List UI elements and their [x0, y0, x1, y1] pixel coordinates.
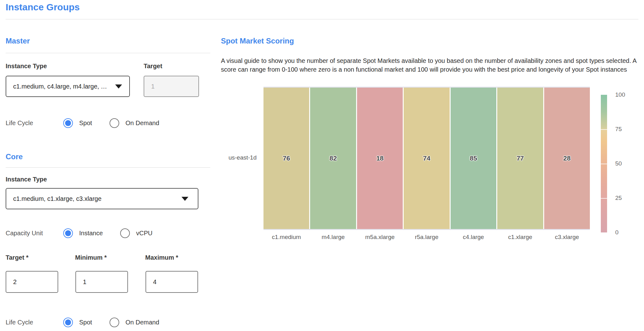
heatmap-cell-value: 76: [283, 155, 290, 162]
legend-tick-label: 0: [615, 229, 619, 236]
radio-selected-icon[interactable]: [63, 118, 73, 128]
heatmap-row: 76821874857728: [263, 88, 590, 229]
master-divider: [6, 53, 210, 53]
capacity-unit-label: Capacity Unit: [6, 228, 43, 238]
legend-tick-label: 50: [615, 160, 622, 167]
x-axis-label: c4.large: [451, 234, 496, 241]
x-axis-label: c3.xlarge: [544, 234, 590, 241]
heatmap-cell[interactable]: 74: [404, 88, 449, 229]
legend-tick-labels: 1007550250: [615, 95, 634, 232]
x-axis-label: m5a.xlarge: [357, 234, 403, 241]
core-instance-type-value: c1.medium, c1.xlarge, c3.xlarge: [6, 195, 101, 202]
core-section-heading: Core: [6, 152, 23, 161]
heatmap-cell[interactable]: 18: [357, 88, 403, 229]
master-section-heading: Master: [6, 37, 30, 45]
legend-segment-line: [601, 164, 607, 164]
master-life-cycle-option-on-demand[interactable]: On Demand: [110, 118, 159, 128]
legend-segment-line: [601, 198, 607, 199]
heatmap-cell-value: 74: [423, 155, 430, 162]
spot-market-heatmap: 76821874857728: [263, 87, 590, 230]
heatmap-cell-value: 77: [517, 155, 524, 162]
spot-market-scoring-heading: Spot Market Scoring: [221, 37, 294, 45]
capacity-unit-option-vcpu[interactable]: vCPU: [120, 228, 152, 238]
master-instance-type-select[interactable]: c1.medium, c4.large, m4.large, …: [6, 76, 130, 97]
chevron-down-icon: [115, 84, 122, 89]
heatmap-x-labels: c1.mediumm4.largem5a.xlarger5a.largec4.l…: [263, 234, 590, 241]
legend-tick-label: 100: [615, 91, 625, 98]
core-capacity-unit-group: Capacity Unit Instance vCPU: [6, 228, 210, 238]
radio-unselected-icon[interactable]: [110, 318, 119, 327]
heatmap-cell[interactable]: 85: [451, 88, 496, 229]
legend-tick-label: 25: [615, 195, 622, 201]
x-axis-label: r5a.large: [404, 234, 449, 241]
core-life-cycle-group: Life Cycle Spot On Demand: [6, 317, 210, 328]
heatmap-cell[interactable]: 28: [544, 88, 590, 229]
page-title: Instance Groups: [6, 2, 80, 13]
heatmap-y-axis-label: us-east-1d: [210, 154, 257, 161]
core-maximum-input[interactable]: [146, 271, 198, 293]
spot-market-description: A visual guide to show you the number of…: [221, 56, 640, 74]
legend-gradient-bar: [601, 95, 607, 232]
master-target-input: [144, 76, 199, 97]
core-instance-type-select[interactable]: c1.medium, c1.xlarge, c3.xlarge: [6, 188, 198, 209]
core-minimum-label: Minimum *: [75, 254, 107, 261]
x-axis-label: c1.medium: [263, 234, 309, 241]
life-cycle-label: Life Cycle: [6, 118, 33, 128]
heatmap-cell-value: 28: [563, 155, 570, 162]
core-target-label: Target *: [6, 254, 28, 261]
capacity-unit-option-instance[interactable]: Instance: [63, 228, 103, 238]
heatmap-cell-value: 18: [376, 155, 383, 162]
heatmap-grid-edge: [263, 229, 590, 230]
life-cycle-label: Life Cycle: [6, 317, 33, 328]
master-life-cycle-option-spot[interactable]: Spot: [63, 118, 92, 128]
radio-selected-icon[interactable]: [63, 318, 73, 327]
core-target-input[interactable]: [6, 271, 58, 293]
heatmap-cell-value: 82: [330, 155, 337, 162]
core-divider: [6, 167, 210, 168]
core-instance-type-label: Instance Type: [6, 176, 47, 183]
core-life-cycle-option-spot[interactable]: Spot: [63, 317, 92, 328]
radio-unselected-icon[interactable]: [120, 228, 130, 238]
master-life-cycle-group: Life Cycle Spot On Demand: [6, 118, 210, 128]
legend-segment-line: [601, 129, 607, 130]
chevron-down-icon: [181, 197, 188, 201]
radio-unselected-icon[interactable]: [110, 118, 119, 128]
heatmap-cell[interactable]: 76: [263, 88, 309, 229]
legend-tick-label: 75: [615, 126, 622, 133]
core-maximum-label: Maximum *: [145, 254, 178, 261]
core-life-cycle-option-on-demand[interactable]: On Demand: [110, 317, 159, 328]
title-divider: [6, 19, 638, 19]
x-axis-label: c1.xlarge: [497, 234, 543, 241]
heatmap-cell[interactable]: 82: [310, 88, 356, 229]
heatmap-cell[interactable]: 77: [497, 88, 543, 229]
master-target-label: Target: [144, 63, 162, 70]
x-axis-label: m4.large: [310, 234, 356, 241]
radio-selected-icon[interactable]: [63, 228, 73, 238]
master-instance-type-label: Instance Type: [6, 63, 47, 70]
master-instance-type-value: c1.medium, c4.large, m4.large, …: [6, 83, 107, 90]
core-minimum-input[interactable]: [75, 271, 128, 293]
heatmap-cell-value: 85: [470, 155, 477, 162]
